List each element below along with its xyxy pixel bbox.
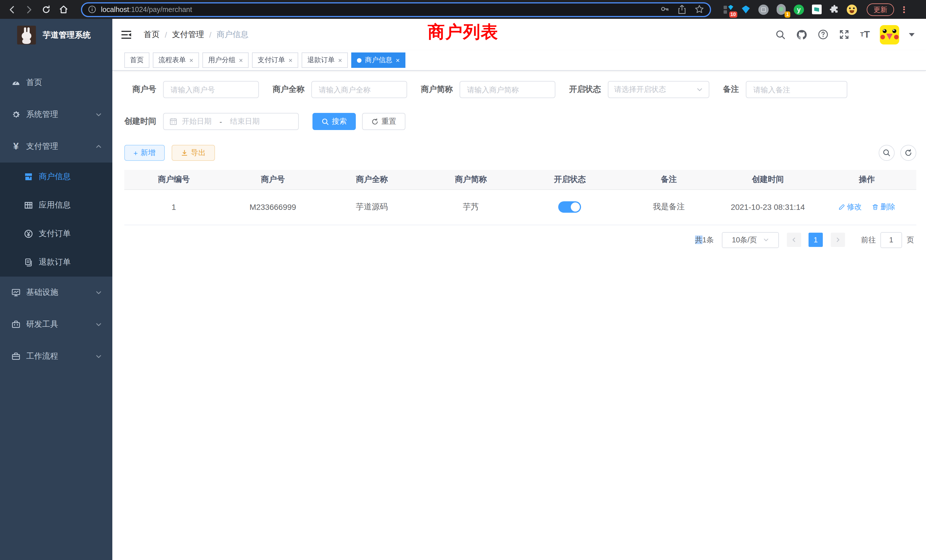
created-daterange-picker[interactable]: 开始日期 - 结束日期	[163, 113, 299, 130]
bookmark-star-icon[interactable]	[694, 5, 704, 14]
breadcrumb-home[interactable]: 首页	[144, 29, 160, 39]
remark-input[interactable]	[746, 81, 847, 98]
add-button[interactable]: + 新增	[124, 145, 165, 161]
reload-button[interactable]	[39, 2, 54, 17]
full-name-input[interactable]	[311, 81, 407, 98]
sidebar-item-label: 商户信息	[39, 172, 71, 182]
tag-merchant-info[interactable]: 商户信息×	[351, 53, 406, 68]
tag-pay-order[interactable]: 支付订单×	[252, 53, 298, 68]
app-logo-row[interactable]: 芋道管理系统	[0, 19, 112, 51]
col-status: 开启状态	[520, 170, 619, 189]
back-button[interactable]	[5, 2, 20, 17]
sidebar-item-label: 应用信息	[39, 200, 71, 210]
sidebar-item-label: 支付管理	[26, 141, 58, 152]
grid-icon	[24, 201, 33, 210]
refresh-table-button[interactable]	[900, 145, 916, 161]
sidebar-item-refund-order[interactable]: 退款订单	[0, 248, 112, 277]
chevron-down-icon	[763, 237, 769, 243]
extension-location-icon[interactable]: 1	[775, 4, 787, 15]
page-size-select[interactable]: 10条/页	[722, 232, 779, 248]
end-date-placeholder[interactable]: 结束日期	[230, 117, 260, 127]
search-button[interactable]	[774, 28, 787, 41]
tag-process-form[interactable]: 流程表单×	[153, 53, 199, 68]
site-info-icon[interactable]	[88, 5, 96, 14]
monitor-chart-icon	[11, 288, 21, 297]
extension-command-icon[interactable]	[758, 4, 769, 15]
extension-y-icon[interactable]: y	[793, 4, 805, 15]
edit-link[interactable]: 修改	[838, 202, 862, 212]
tag-refund-order[interactable]: 退款订单×	[302, 53, 348, 68]
page-number-1[interactable]: 1	[808, 233, 823, 247]
password-key-icon[interactable]	[660, 5, 669, 14]
extension-gem-icon[interactable]	[740, 4, 752, 15]
status-toggle[interactable]	[558, 201, 581, 213]
filter-label-merchant-no: 商户号	[124, 85, 156, 95]
short-name-input[interactable]	[460, 81, 555, 98]
prev-page-button[interactable]	[787, 233, 801, 247]
col-created-at: 创建时间	[719, 170, 817, 189]
app-title: 芋道管理系统	[43, 30, 91, 40]
sidebar-item-label: 系统管理	[26, 109, 58, 120]
search-button[interactable]: 搜索	[312, 113, 356, 130]
font-size-button[interactable]: TT	[859, 28, 871, 41]
share-icon[interactable]	[677, 5, 687, 14]
fullscreen-button[interactable]	[838, 28, 850, 41]
browser-update-button[interactable]: 更新	[867, 3, 894, 16]
extensions-puzzle-icon[interactable]	[829, 4, 840, 15]
forward-button[interactable]	[22, 2, 36, 17]
cell-merchant-id: 1	[124, 189, 223, 225]
close-icon[interactable]: ×	[396, 56, 400, 64]
sidebar-item-app-info[interactable]: 应用信息	[0, 191, 112, 219]
col-actions: 操作	[817, 170, 916, 189]
start-date-placeholder[interactable]: 开始日期	[182, 117, 212, 127]
sidebar-item-infra[interactable]: 基础设施	[0, 277, 112, 309]
close-icon[interactable]: ×	[289, 56, 292, 64]
url-text[interactable]: localhost:1024/pay/merchant	[101, 5, 655, 14]
table-row: 1 M233666999 芋道源码 芋艿 我是备注 2021-10-23 08:…	[124, 189, 916, 225]
delete-link[interactable]: 删除	[872, 202, 895, 212]
extension-grid-icon[interactable]: 10	[722, 4, 734, 15]
sidebar-item-pay-order[interactable]: 支付订单	[0, 219, 112, 248]
export-button[interactable]: 导出	[171, 145, 215, 161]
github-button[interactable]	[796, 28, 808, 41]
user-avatar[interactable]	[880, 25, 899, 44]
sidebar-item-label: 工作流程	[26, 351, 58, 362]
avatar-caret-icon[interactable]	[909, 33, 915, 36]
help-button[interactable]	[817, 28, 829, 41]
close-icon[interactable]: ×	[189, 56, 193, 64]
tag-home[interactable]: 首页	[124, 53, 150, 68]
yen-icon: ¥	[11, 142, 21, 151]
extension-emoji-icon[interactable]	[846, 4, 858, 15]
breadcrumb-section[interactable]: 支付管理	[172, 29, 204, 39]
status-select[interactable]: 请选择开启状态	[608, 81, 709, 98]
sidebar-item-merchant-info[interactable]: 商户信息	[0, 162, 112, 191]
browser-menu-icon[interactable]	[901, 5, 906, 14]
pencil-icon	[838, 204, 845, 210]
search-icon	[883, 149, 891, 157]
cell-full-name: 芋道源码	[322, 189, 421, 225]
home-button[interactable]	[56, 2, 71, 17]
close-icon[interactable]: ×	[239, 56, 243, 64]
extension-badge: 10	[729, 11, 737, 17]
merchant-no-input[interactable]	[163, 81, 259, 98]
sidebar-item-dev-tools[interactable]: 研发工具	[0, 309, 112, 341]
tag-user-group[interactable]: 用户分组×	[203, 53, 249, 68]
close-icon[interactable]: ×	[338, 56, 342, 64]
next-page-button[interactable]	[831, 233, 845, 247]
cell-short-name: 芋艿	[421, 189, 520, 225]
sidebar-item-system[interactable]: 系统管理	[0, 98, 112, 130]
sidebar-item-pay[interactable]: ¥ 支付管理	[0, 130, 112, 162]
sidebar-collapse-icon[interactable]	[121, 30, 131, 38]
sidebar-item-workflow[interactable]: 工作流程	[0, 341, 112, 372]
sidebar-item-home[interactable]: 首页	[0, 67, 112, 98]
total-count: 共1条	[695, 235, 714, 245]
calendar-icon	[169, 118, 177, 126]
toggle-search-button[interactable]	[879, 145, 895, 161]
reset-button[interactable]: 重置	[362, 113, 406, 130]
address-bar[interactable]: localhost:1024/pay/merchant	[81, 2, 711, 17]
filter-label-full-name: 商户全称	[272, 85, 304, 95]
toolbox-icon	[11, 320, 21, 329]
extension-kanban-icon[interactable]	[811, 4, 822, 15]
active-dot	[357, 58, 362, 62]
goto-page-input[interactable]	[881, 232, 902, 248]
